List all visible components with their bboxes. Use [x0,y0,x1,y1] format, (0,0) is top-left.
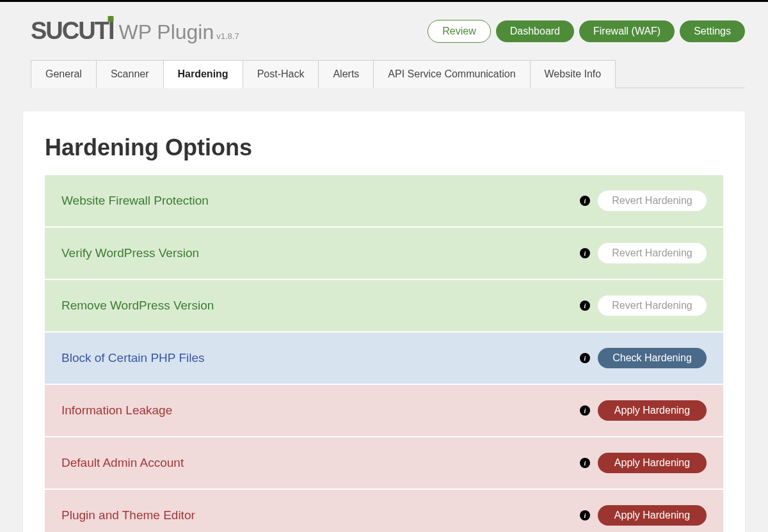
header: SUCUTI WP Plugin v1.8.7 Review Dashboard… [0,2,768,45]
info-icon[interactable]: i [580,353,590,363]
brand-logo: SUCUTI [31,17,113,45]
row-website-firewall: Website Firewall Protection i Revert Har… [45,175,723,226]
row-verify-wp-version: Verify WordPress Version i Revert Harden… [45,226,723,279]
info-icon[interactable]: i [580,458,590,468]
tab-post-hack[interactable]: Post-Hack [243,60,319,88]
tab-api-service[interactable]: API Service Communication [374,60,530,88]
row-label: Default Admin Account [61,456,184,470]
info-icon[interactable]: i [580,196,590,206]
hardening-card: Hardening Options Website Firewall Prote… [23,111,745,532]
row-block-php-files: Block of Certain PHP Files i Check Harde… [45,331,723,384]
tab-hardening[interactable]: Hardening [164,60,243,88]
apply-hardening-button[interactable]: Apply Hardening [598,400,707,421]
tab-scanner[interactable]: Scanner [97,60,164,88]
revert-hardening-button[interactable]: Revert Hardening [598,243,707,263]
info-icon[interactable]: i [580,248,590,258]
page-title: Hardening Options [45,134,723,161]
row-remove-wp-version: Remove WordPress Version i Revert Harden… [45,279,723,331]
info-icon[interactable]: i [580,301,590,311]
revert-hardening-button[interactable]: Revert Hardening [598,191,707,211]
row-label: Block of Certain PHP Files [61,351,205,365]
logo-group: SUCUTI WP Plugin v1.8.7 [31,17,239,45]
nav-button-group: Review Dashboard Firewall (WAF) Settings [428,20,745,43]
apply-hardening-button[interactable]: Apply Hardening [598,505,707,526]
product-name: WP Plugin [118,20,214,44]
row-label: Remove WordPress Version [61,299,214,313]
review-button[interactable]: Review [428,20,490,43]
apply-hardening-button[interactable]: Apply Hardening [598,453,707,473]
row-label: Information Leakage [61,403,172,418]
firewall-button[interactable]: Firewall (WAF) [579,20,675,42]
row-label: Plugin and Theme Editor [61,508,195,522]
dashboard-button[interactable]: Dashboard [496,20,574,42]
info-icon[interactable]: i [580,405,590,416]
row-information-leakage: Information Leakage i Apply Hardening [45,384,723,436]
settings-button[interactable]: Settings [680,20,745,42]
revert-hardening-button[interactable]: Revert Hardening [598,295,707,316]
tab-general[interactable]: General [31,60,97,88]
row-label: Website Firewall Protection [61,194,209,208]
tab-bar: General Scanner Hardening Post-Hack Aler… [31,60,745,88]
check-hardening-button[interactable]: Check Hardening [598,348,707,368]
row-label: Verify WordPress Version [61,246,199,260]
product-version: v1.8.7 [216,31,239,41]
row-default-admin-account: Default Admin Account i Apply Hardening [45,436,723,489]
tab-alerts[interactable]: Alerts [319,60,374,88]
info-icon[interactable]: i [580,510,590,520]
tab-website-info[interactable]: Website Info [531,60,616,88]
row-plugin-theme-editor: Plugin and Theme Editor i Apply Hardenin… [45,489,723,532]
